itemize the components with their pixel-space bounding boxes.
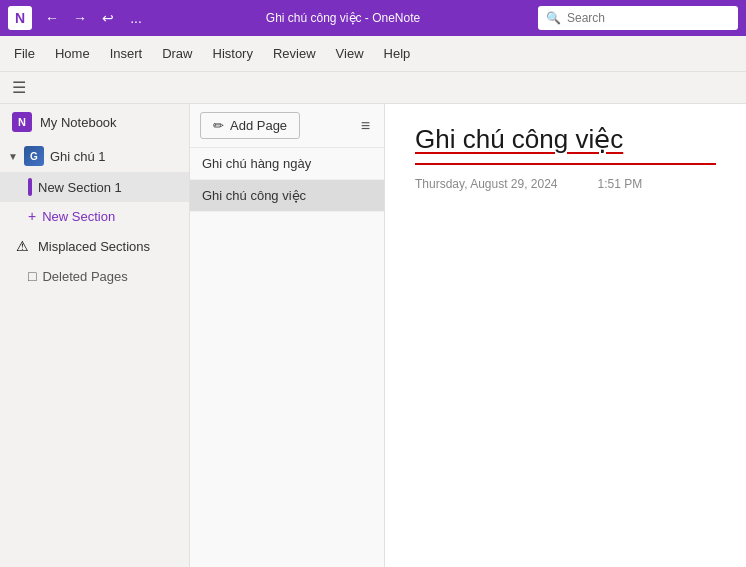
search-icon: 🔍	[546, 11, 561, 25]
menu-history[interactable]: History	[203, 40, 263, 67]
add-page-label: Add Page	[230, 118, 287, 133]
note-time: 1:51 PM	[598, 177, 643, 191]
ghichu-label: Ghi chú 1	[50, 149, 106, 164]
undo-button[interactable]: ↩	[96, 6, 120, 30]
sidebar-item-misplaced[interactable]: ⚠ Misplaced Sections	[0, 230, 189, 262]
section-color-indicator	[28, 178, 32, 196]
page-item-work[interactable]: Ghi chú công việc	[190, 180, 384, 212]
chevron-down-icon: ▼	[8, 151, 18, 162]
notebook-label: My Notebook	[40, 115, 117, 130]
menu-bar: File Home Insert Draw History Review Vie…	[0, 36, 746, 72]
sidebar-item-notebook[interactable]: N My Notebook	[0, 104, 189, 140]
hamburger-button[interactable]: ☰	[8, 74, 30, 101]
ghichu-icon: G	[24, 146, 44, 166]
menu-draw[interactable]: Draw	[152, 40, 202, 67]
menu-help[interactable]: Help	[374, 40, 421, 67]
notebook-icon: N	[12, 112, 32, 132]
add-page-icon: ✏	[213, 118, 224, 133]
sidebar: N My Notebook ▼ G Ghi chú 1 New Section …	[0, 104, 190, 567]
add-page-button[interactable]: ✏ Add Page	[200, 112, 300, 139]
sidebar-item-deleted[interactable]: □ Deleted Pages	[0, 262, 189, 290]
forward-button[interactable]: →	[68, 6, 92, 30]
pages-header: ✏ Add Page ≡	[190, 104, 384, 148]
plus-icon: +	[28, 208, 36, 224]
search-input[interactable]	[567, 11, 730, 25]
content-area[interactable]: Ghi chú công việc Thursday, August 29, 2…	[385, 104, 746, 567]
menu-view[interactable]: View	[326, 40, 374, 67]
collapse-bar: ☰	[0, 72, 746, 104]
note-date: Thursday, August 29, 2024	[415, 177, 558, 191]
note-meta: Thursday, August 29, 2024 1:51 PM	[415, 177, 716, 191]
menu-insert[interactable]: Insert	[100, 40, 153, 67]
window-title: Ghi chú công việc - OneNote	[156, 11, 530, 25]
title-bar: N ← → ↩ ... Ghi chú công việc - OneNote …	[0, 0, 746, 36]
sort-button[interactable]: ≡	[357, 113, 374, 139]
search-box[interactable]: 🔍	[538, 6, 738, 30]
deleted-icon: □	[28, 268, 36, 284]
more-button[interactable]: ...	[124, 6, 148, 30]
sidebar-item-ghichu1[interactable]: ▼ G Ghi chú 1	[0, 140, 189, 172]
pages-panel: ✏ Add Page ≡ Ghi chú hàng ngày Ghi chú c…	[190, 104, 385, 567]
page-item-daily[interactable]: Ghi chú hàng ngày	[190, 148, 384, 180]
main-area: N My Notebook ▼ G Ghi chú 1 New Section …	[0, 104, 746, 567]
app-logo: N	[8, 6, 32, 30]
note-title: Ghi chú công việc	[415, 124, 716, 165]
misplaced-icon: ⚠	[12, 236, 32, 256]
sidebar-item-new-section[interactable]: + New Section	[0, 202, 189, 230]
menu-file[interactable]: File	[4, 40, 45, 67]
new-section-label: New Section	[42, 209, 115, 224]
menu-review[interactable]: Review	[263, 40, 326, 67]
menu-home[interactable]: Home	[45, 40, 100, 67]
section-label: New Section 1	[38, 180, 122, 195]
deleted-label: Deleted Pages	[42, 269, 127, 284]
back-button[interactable]: ←	[40, 6, 64, 30]
misplaced-label: Misplaced Sections	[38, 239, 150, 254]
nav-buttons: ← → ↩ ...	[40, 6, 148, 30]
sidebar-item-newsection1[interactable]: New Section 1	[0, 172, 189, 202]
